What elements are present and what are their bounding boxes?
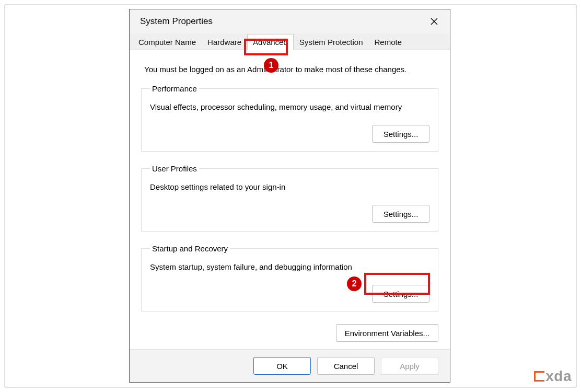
performance-settings-button[interactable]: Settings... bbox=[372, 125, 429, 143]
tab-remote[interactable]: Remote bbox=[369, 34, 408, 50]
dialog-footer: OK Cancel Apply bbox=[130, 349, 450, 382]
xda-watermark: xda bbox=[534, 368, 572, 385]
legend-user-profiles: User Profiles bbox=[150, 164, 199, 173]
admin-note: You must be logged on as an Administrato… bbox=[144, 65, 435, 74]
legend-performance: Performance bbox=[150, 84, 199, 93]
tab-computer-name[interactable]: Computer Name bbox=[133, 34, 202, 50]
tab-system-protection[interactable]: System Protection bbox=[294, 34, 369, 50]
environment-variables-button[interactable]: Environment Variables... bbox=[336, 324, 438, 342]
startup-recovery-settings-button[interactable]: Settings... bbox=[372, 285, 429, 303]
content-area: You must be logged on as an Administrato… bbox=[130, 50, 450, 349]
apply-button: Apply bbox=[381, 357, 438, 375]
desc-startup-recovery: System startup, system failure, and debu… bbox=[150, 262, 429, 271]
watermark-text: xda bbox=[545, 368, 572, 385]
legend-startup-recovery: Startup and Recovery bbox=[150, 244, 230, 253]
group-performance: Performance Visual effects, processor sc… bbox=[141, 84, 438, 152]
tab-hardware[interactable]: Hardware bbox=[202, 34, 247, 50]
desc-performance: Visual effects, processor scheduling, me… bbox=[150, 102, 429, 111]
tab-bar: Computer Name Hardware Advanced System P… bbox=[130, 33, 450, 50]
close-icon bbox=[430, 17, 438, 26]
close-button[interactable] bbox=[424, 11, 445, 32]
titlebar: System Properties bbox=[130, 9, 450, 33]
xda-logo-icon bbox=[534, 371, 544, 382]
cancel-button[interactable]: Cancel bbox=[317, 357, 375, 375]
system-properties-dialog: System Properties Computer Name Hardware… bbox=[129, 9, 450, 383]
group-startup-recovery: Startup and Recovery System startup, sys… bbox=[141, 244, 438, 312]
desc-user-profiles: Desktop settings related to your sign-in bbox=[150, 182, 429, 191]
ok-button[interactable]: OK bbox=[253, 357, 311, 375]
tab-advanced[interactable]: Advanced bbox=[247, 34, 294, 50]
group-user-profiles: User Profiles Desktop settings related t… bbox=[141, 164, 438, 232]
user-profiles-settings-button[interactable]: Settings... bbox=[372, 205, 429, 223]
window-title: System Properties bbox=[140, 16, 424, 27]
